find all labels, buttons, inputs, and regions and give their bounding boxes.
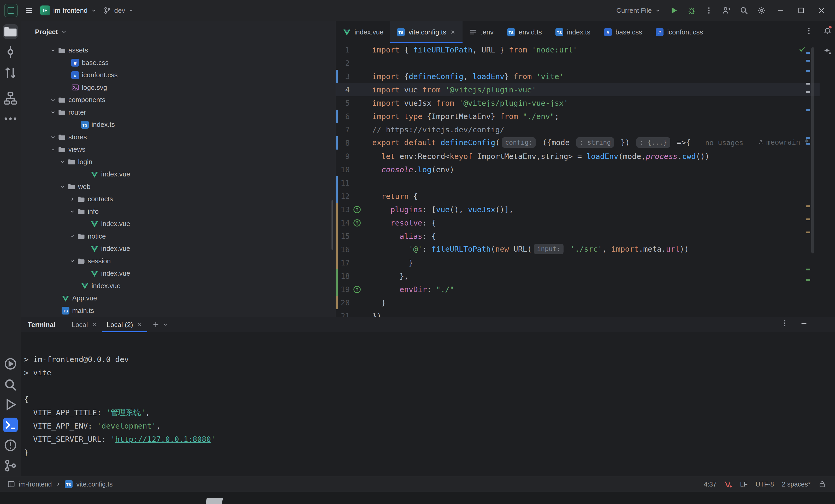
tree-item-index-vue[interactable]: index.vue — [21, 218, 336, 230]
more-actions-icon[interactable] — [705, 6, 713, 14]
usages-hint[interactable]: no usages — [705, 139, 743, 147]
project-tree-scrollbar[interactable] — [331, 200, 333, 250]
tool-stripe-find[interactable] — [3, 378, 18, 392]
new-terminal-icon[interactable] — [152, 321, 160, 329]
tree-item-contacts[interactable]: contacts — [21, 193, 336, 205]
tool-stripe-commit[interactable] — [3, 45, 18, 59]
tree-item-iconfont-css[interactable]: #iconfont.css — [21, 69, 336, 81]
debug-button[interactable] — [687, 6, 696, 15]
write-access-lock-icon[interactable] — [818, 480, 826, 488]
settings-icon[interactable] — [757, 6, 766, 15]
tool-stripe-git[interactable] — [3, 458, 18, 473]
editor-tab-iconfont-css[interactable]: #iconfont.css — [649, 21, 710, 43]
tool-stripe-project-folder[interactable] — [3, 24, 18, 39]
inspections-ok-icon[interactable] — [798, 45, 806, 53]
code-with-me-icon[interactable] — [722, 6, 731, 15]
commit-arrow-icon[interactable] — [353, 219, 361, 227]
cursor-position[interactable]: 4:37 — [704, 481, 717, 488]
chevron-down-icon[interactable] — [50, 47, 56, 53]
tree-item-components[interactable]: components — [21, 94, 336, 106]
breadcrumb-file[interactable]: vite.config.ts — [76, 481, 113, 488]
tree-item-assets[interactable]: assets — [21, 44, 336, 57]
tool-stripe-pull-requests[interactable] — [3, 65, 18, 80]
indent-style[interactable]: 2 spaces* — [782, 481, 811, 488]
chevron-down-icon[interactable] — [60, 184, 65, 189]
terminal-output[interactable]: > im-frontend@0.0.0 dev> vite{ VITE_APP_… — [21, 332, 835, 476]
project-panel-header[interactable]: Project — [21, 21, 336, 43]
tool-stripe-more[interactable] — [3, 112, 18, 126]
commit-arrow-icon[interactable] — [353, 205, 361, 214]
terminal-type-chevron-icon[interactable] — [162, 322, 168, 327]
editor-tab-env-d-ts[interactable]: TSenv.d.ts — [501, 21, 549, 43]
editor-tab-index-ts[interactable]: TSindex.ts — [549, 21, 597, 43]
close-tab-icon[interactable] — [91, 322, 97, 327]
tree-item-logo-svg[interactable]: logo.svg — [21, 81, 336, 94]
tree-item-base-css[interactable]: #base.css — [21, 57, 336, 69]
chevron-down-icon[interactable] — [50, 134, 56, 140]
tool-stripe-terminal[interactable] — [3, 418, 18, 432]
editor-tab-base-css[interactable]: #base.css — [597, 21, 649, 43]
chevron-down-icon[interactable] — [69, 233, 75, 239]
chevron-down-icon[interactable] — [50, 109, 56, 115]
tree-item-views[interactable]: views — [21, 143, 336, 156]
code-text: resolve: { — [372, 219, 436, 227]
tree-item-login[interactable]: login — [21, 156, 336, 168]
chevron-down-icon[interactable] — [60, 159, 65, 165]
chevron-down-icon[interactable] — [50, 147, 56, 153]
tab-list-menu-icon[interactable] — [805, 27, 813, 35]
tool-stripe-problems[interactable] — [3, 438, 18, 452]
chevron-right-icon[interactable] — [69, 196, 75, 202]
tool-stripe-structure[interactable] — [3, 91, 18, 106]
terminal-tab-local[interactable]: Local — [67, 317, 102, 332]
tree-item-stores[interactable]: stores — [21, 131, 336, 144]
terminal-options-icon[interactable] — [781, 319, 789, 327]
branch-widget[interactable]: dev — [103, 6, 134, 15]
commit-arrow-icon[interactable] — [353, 285, 361, 294]
main-menu-icon[interactable] — [24, 6, 34, 15]
terminal-tab-local-2-[interactable]: Local (2) — [102, 317, 147, 332]
close-button[interactable] — [816, 5, 827, 16]
tree-item-index-ts[interactable]: TSindex.ts — [21, 119, 336, 131]
close-tab-icon[interactable] — [137, 322, 143, 327]
run-config-selector[interactable]: Current File — [616, 6, 660, 15]
editor-tab-index-vue[interactable]: index.vue — [336, 21, 390, 43]
tree-item-index-vue[interactable]: index.vue — [21, 280, 336, 292]
editor-tab-vite-config-ts[interactable]: TSvite.config.ts — [390, 21, 463, 43]
project-widget[interactable]: IF im-frontend — [40, 5, 97, 15]
code-editor[interactable]: 1import { fileURLToPath, URL } from 'nod… — [336, 43, 820, 317]
tool-stripe-run[interactable] — [3, 397, 18, 412]
hide-terminal-icon[interactable] — [800, 319, 808, 327]
tree-item-index-vue[interactable]: index.vue — [21, 168, 336, 181]
tree-item-web[interactable]: web — [21, 181, 336, 193]
search-everywhere-icon[interactable] — [739, 6, 748, 15]
code-token — [372, 219, 390, 227]
tree-item-notice[interactable]: notice — [21, 230, 336, 243]
code-line: 20 } — [336, 296, 820, 309]
tree-item-index-vue[interactable]: index.vue — [21, 267, 336, 280]
editor-tab--env[interactable]: .env — [463, 21, 501, 43]
tree-item-session[interactable]: session — [21, 255, 336, 267]
vcs-status-icon[interactable] — [724, 480, 732, 488]
notifications-bell-icon[interactable] — [823, 25, 832, 35]
tree-item-router[interactable]: router — [21, 106, 336, 119]
chevron-down-icon[interactable] — [69, 258, 75, 264]
file-encoding[interactable]: UTF-8 — [755, 481, 774, 488]
maximize-button[interactable] — [795, 5, 807, 16]
tree-item-app-vue[interactable]: App.vue — [21, 292, 336, 305]
chevron-down-icon[interactable] — [50, 97, 56, 103]
ts-file-icon: TS — [65, 480, 73, 488]
editor-scrollbar[interactable] — [811, 47, 814, 254]
author-hint[interactable]: meowrain * — [758, 138, 809, 146]
ai-assistant-icon[interactable] — [823, 46, 832, 56]
chevron-down-icon[interactable] — [69, 208, 75, 214]
tool-stripe-services[interactable] — [3, 357, 18, 371]
breadcrumb-project[interactable]: im-frontend — [19, 481, 52, 488]
close-tab-icon[interactable] — [450, 29, 456, 35]
tree-item-info[interactable]: info — [21, 205, 336, 218]
tree-item-index-vue[interactable]: index.vue — [21, 242, 336, 255]
run-button[interactable] — [670, 6, 678, 15]
minimize-button[interactable] — [775, 5, 787, 16]
line-number: 12 — [338, 192, 350, 201]
tree-item-main-ts[interactable]: TSmain.ts — [21, 305, 336, 317]
line-ending[interactable]: LF — [740, 481, 748, 488]
